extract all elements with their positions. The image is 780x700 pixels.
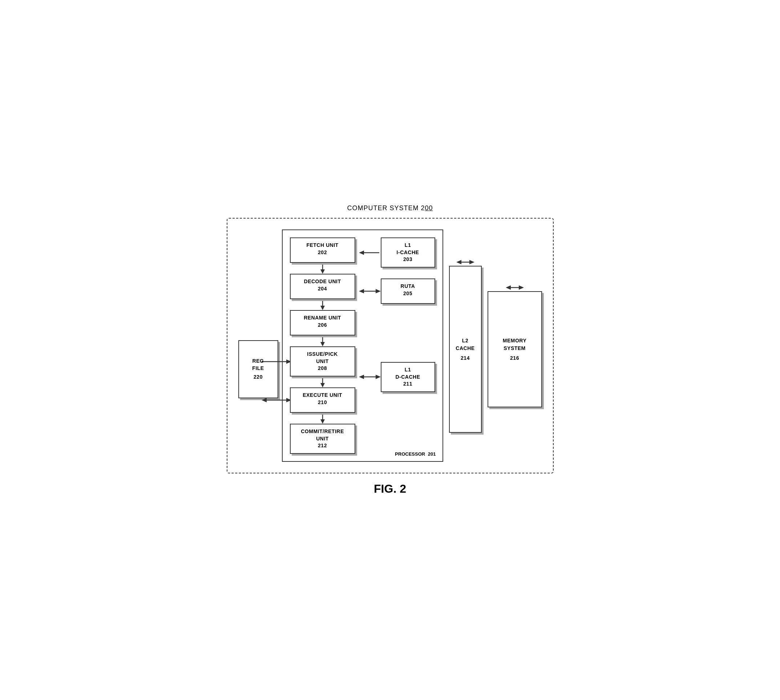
commit-unit-box: COMMIT/RETIRE UNIT 212 bbox=[290, 424, 355, 454]
page-container: COMPUTER SYSTEM 200 REG FILE 220 FETCH U… bbox=[227, 204, 554, 496]
svg-marker-24 bbox=[456, 260, 461, 264]
fetch-id: 202 bbox=[296, 249, 349, 256]
execute-unit-box: EXECUTE UNIT 210 bbox=[290, 387, 355, 413]
svg-marker-19 bbox=[376, 289, 381, 293]
svg-marker-25 bbox=[469, 260, 474, 264]
execute-dcache-row: L1 D-CACHE 211 bbox=[359, 362, 435, 392]
svg-marker-27 bbox=[506, 285, 511, 290]
arrow-decode-ruta bbox=[359, 288, 381, 295]
pipeline-area: FETCH UNIT 202 DECODE UNIT 204 bbox=[290, 237, 435, 454]
dcache-label: L1 D-CACHE bbox=[387, 366, 429, 380]
issue-unit-box: ISSUE/PICK UNIT 208 bbox=[290, 347, 355, 377]
reg-file-id: 220 bbox=[254, 373, 263, 381]
svg-marker-18 bbox=[359, 289, 364, 293]
svg-marker-16 bbox=[359, 250, 364, 255]
execute-id: 210 bbox=[296, 399, 349, 406]
svg-marker-14 bbox=[321, 419, 325, 424]
rename-unit-box: RENAME UNIT 206 bbox=[290, 310, 355, 335]
arrow-execute-dcache bbox=[359, 373, 381, 380]
fetch-label: FETCH UNIT bbox=[296, 242, 349, 249]
side-cache-area: L1 I-CACHE 203 bbox=[355, 237, 435, 392]
ruta-id: 205 bbox=[387, 290, 429, 297]
commit-label: COMMIT/RETIRE UNIT bbox=[296, 428, 349, 442]
decode-id: 204 bbox=[296, 285, 349, 293]
execute-row: EXECUTE UNIT 210 bbox=[290, 387, 355, 413]
svg-marker-22 bbox=[376, 375, 381, 379]
proc-id-text: 201 bbox=[428, 451, 436, 457]
commit-id: 212 bbox=[296, 442, 349, 450]
fig-label: FIG. 2 bbox=[374, 482, 406, 496]
l2-label: L2 CACHE bbox=[456, 337, 474, 352]
decode-unit-box: DECODE UNIT 204 bbox=[290, 274, 355, 299]
memory-section: MEMORY SYSTEM 216 bbox=[482, 230, 542, 462]
page-title: COMPUTER SYSTEM 200 bbox=[347, 204, 433, 212]
memory-id: 216 bbox=[510, 354, 519, 362]
proc-label-text: PROCESSOR bbox=[395, 451, 425, 457]
arrow-regfile-issue bbox=[262, 358, 291, 365]
l2-id: 214 bbox=[461, 354, 470, 362]
fetch-unit-box: FETCH UNIT 202 bbox=[290, 237, 355, 263]
dcache-id: 211 bbox=[387, 380, 429, 388]
svg-marker-28 bbox=[519, 285, 524, 290]
processor-box: FETCH UNIT 202 DECODE UNIT 204 bbox=[282, 230, 443, 462]
left-reg-section: REG FILE 220 bbox=[238, 230, 282, 462]
arrow-rename-issue bbox=[319, 335, 326, 347]
icache-box: L1 I-CACHE 203 bbox=[381, 237, 435, 268]
issue-label: ISSUE/PICK UNIT bbox=[296, 351, 349, 365]
fetch-cache-row: L1 I-CACHE 203 bbox=[359, 237, 435, 268]
issue-row: ISSUE/PICK UNIT 208 bbox=[290, 347, 355, 377]
arrow-execute-commit bbox=[319, 413, 326, 424]
svg-marker-5 bbox=[321, 342, 325, 347]
dcache-box: L1 D-CACHE 211 bbox=[381, 362, 435, 392]
rename-id: 206 bbox=[296, 322, 349, 329]
execute-label: EXECUTE UNIT bbox=[296, 392, 349, 399]
svg-marker-21 bbox=[359, 375, 364, 379]
l2-cache-box: L2 CACHE 214 bbox=[449, 266, 482, 433]
svg-marker-9 bbox=[321, 383, 325, 387]
decode-ruta-row: RUTA 205 bbox=[359, 278, 435, 304]
memory-box: MEMORY SYSTEM 216 bbox=[488, 291, 542, 407]
arrow-fetch-icache bbox=[359, 249, 381, 256]
svg-marker-3 bbox=[321, 306, 325, 310]
l2-section: L2 CACHE 214 bbox=[443, 230, 482, 462]
rename-label: RENAME UNIT bbox=[296, 314, 349, 322]
decode-label: DECODE UNIT bbox=[296, 278, 349, 285]
processor-label: PROCESSOR 201 bbox=[395, 451, 436, 457]
ruta-label: RUTA bbox=[387, 283, 429, 290]
arrow-l2-memory bbox=[506, 284, 524, 291]
outer-box: REG FILE 220 FETCH UNIT 202 bbox=[227, 218, 554, 473]
arrow-proc-l2 bbox=[456, 258, 474, 266]
arrow-decode-rename bbox=[319, 299, 326, 310]
icache-label: L1 I-CACHE bbox=[387, 242, 429, 256]
arrow-fetch-decode bbox=[319, 263, 326, 274]
svg-marker-1 bbox=[321, 269, 325, 274]
ruta-box: RUTA 205 bbox=[381, 278, 435, 304]
icache-id: 203 bbox=[387, 256, 429, 263]
title-underline: 00 bbox=[425, 204, 433, 212]
memory-label: MEMORY SYSTEM bbox=[503, 337, 526, 352]
arrow-execute-regfile bbox=[262, 397, 291, 404]
reg-file-box: REG FILE 220 bbox=[238, 340, 278, 398]
main-pipeline: FETCH UNIT 202 DECODE UNIT 204 bbox=[290, 237, 355, 454]
svg-marker-11 bbox=[262, 398, 267, 402]
issue-id: 208 bbox=[296, 365, 349, 372]
arrow-issue-execute bbox=[319, 377, 326, 387]
